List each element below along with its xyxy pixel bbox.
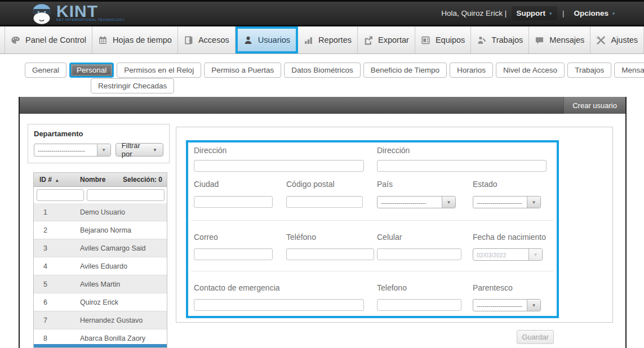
selection-count: Selección: 0	[123, 176, 167, 184]
selected-row-peek[interactable]	[34, 344, 167, 347]
emergency-contact-label: Contacto de emergencia	[194, 283, 280, 292]
subtabs-area: General Personal Permisos en el Reloj Pe…	[0, 54, 644, 97]
cell-label: Celular	[377, 233, 402, 242]
address2-label: Dirección	[377, 146, 410, 155]
id-filter-input[interactable]	[37, 189, 84, 201]
postal-input[interactable]	[286, 196, 363, 208]
filter-by-button[interactable]: Filtrar por ▼	[116, 143, 163, 157]
city-input[interactable]	[194, 196, 273, 208]
name-column-header[interactable]: Nombre	[80, 176, 123, 184]
nav-item-trabajos[interactable]: Trabajos	[471, 26, 529, 53]
nav-item-accesos[interactable]: Accesos	[178, 26, 236, 53]
calendar-icon	[98, 35, 108, 45]
top-header: KINT KEY INTERNATIONAL TECHNOLOGY Hola, …	[0, 0, 644, 26]
users-table: ID # ▲ Nombre Selección: 0 1 Demo Usuari…	[33, 172, 167, 348]
address1-label: Dirección	[194, 146, 226, 155]
main-navbar: Panel de Control Hojas de tiempo Accesos…	[0, 26, 644, 54]
tab-general[interactable]: General	[25, 63, 66, 78]
postal-label: Código postal	[286, 180, 335, 189]
chevron-down-icon: ▼	[527, 197, 540, 208]
department-filter-box: Departamento ------------------------ ▼ …	[28, 124, 170, 163]
content-container: Crear usuario Departamento -------------…	[19, 97, 627, 348]
table-row[interactable]: 1 Demo Usuario	[34, 203, 167, 221]
tab-datos-biometricos[interactable]: Datos Biométricos	[284, 63, 361, 78]
birthdate-select[interactable]: 02/03/2022 ▼	[473, 248, 543, 261]
chevron-down-icon: ▼	[97, 144, 110, 156]
nav-item-exportar[interactable]: Exportar	[358, 26, 415, 53]
device-icon	[421, 35, 430, 45]
tab-permisos-en-el-reloj[interactable]: Permisos en el Reloj	[117, 63, 201, 78]
user-greeting: Hola, Quiroz Erick |	[441, 9, 507, 17]
user-icon	[243, 35, 253, 45]
nav-item-equipos[interactable]: Equipos	[415, 26, 471, 53]
section-divider	[191, 271, 554, 271]
department-label: Departamento	[34, 130, 163, 138]
nav-item-reportes[interactable]: Reportes	[298, 26, 358, 53]
table-row[interactable]: 2 Bejarano Norma	[34, 221, 167, 239]
brand-logo-link[interactable]: KINT KEY INTERNATIONAL TECHNOLOGY	[29, 2, 125, 25]
tab-nivel-de-acceso[interactable]: Nivel de Acceso	[496, 63, 565, 78]
department-select[interactable]: ------------------------ ▼	[34, 144, 111, 157]
name-filter-input[interactable]	[87, 189, 165, 201]
users-table-header: ID # ▲ Nombre Selección: 0	[34, 173, 167, 187]
nav-item-usuarios[interactable]: Usuarios	[236, 26, 298, 53]
emergency-contact-input[interactable]	[194, 299, 364, 311]
app-window: KINT KEY INTERNATIONAL TECHNOLOGY Hola, …	[0, 0, 644, 348]
cell-input[interactable]	[377, 248, 461, 260]
email-label: Correo	[194, 233, 218, 242]
message-icon	[535, 35, 544, 45]
emergency-phone-label: Telefono	[377, 283, 407, 292]
table-row[interactable]: 4 Aviles Eduardo	[34, 257, 167, 275]
state-select[interactable]: ----------------------- ▼	[473, 196, 541, 208]
chevron-down-icon: ▼	[527, 300, 540, 311]
table-row[interactable]: 3 Aviles Camargo Said	[34, 239, 167, 257]
panel-toolbar: Crear usuario	[20, 97, 625, 114]
header-separator: |	[562, 9, 565, 17]
door-icon	[184, 35, 193, 45]
nav-item-ajustes[interactable]: Ajustes	[590, 26, 644, 53]
tab-permiso-a-puertas[interactable]: Permiso a Puertas	[204, 63, 281, 78]
city-label: Ciudad	[194, 180, 219, 189]
chevron-down-icon: ▼	[442, 197, 455, 208]
save-button[interactable]: Guardar	[517, 330, 554, 344]
phone-label: Teléfono	[286, 233, 316, 242]
email-input[interactable]	[194, 248, 273, 260]
tab-beneficio-de-tiempo[interactable]: Beneficio de Tiempo	[363, 63, 447, 78]
address2-input[interactable]	[377, 160, 547, 172]
options-menu[interactable]: Opciones ▼	[570, 6, 620, 20]
robot-logo-icon	[29, 2, 54, 25]
table-row[interactable]: 5 Aviles Martin	[34, 275, 167, 293]
emergency-phone-input[interactable]	[377, 299, 461, 311]
table-row[interactable]: 6 Quiroz Erick	[34, 293, 167, 311]
nav-item-panel-de-control[interactable]: Panel de Control	[5, 26, 92, 53]
tab-personal[interactable]: Personal	[69, 63, 114, 78]
support-menu[interactable]: Support ▼	[512, 6, 557, 20]
tab-trabajos[interactable]: Trabajos	[567, 63, 611, 78]
worker-icon	[477, 35, 486, 45]
chevron-down-icon: ▼	[153, 148, 157, 153]
tab-mensajes-en-el-reloj[interactable]: Mensajes en el reloj	[614, 63, 644, 78]
form-highlight-box: Dirección Dirección Ciudad Código postal…	[186, 140, 559, 318]
create-user-button[interactable]: Crear usuario	[563, 97, 625, 114]
tab-horarios[interactable]: Horarios	[450, 63, 493, 78]
chevron-down-icon: ▼	[611, 11, 616, 16]
table-row[interactable]: 7 Hernandez Gustavo	[34, 311, 167, 329]
brand-name: KINT	[56, 3, 125, 19]
id-column-header[interactable]: ID # ▲	[34, 176, 80, 184]
tab-restringir-checadas[interactable]: Restringir Checadas	[91, 78, 174, 93]
nav-item-mensajes[interactable]: Mensajes	[529, 26, 590, 53]
nav-item-hojas-de-tiempo[interactable]: Hojas de tiempo	[92, 26, 178, 53]
bar-chart-icon	[304, 35, 313, 45]
country-label: País	[377, 180, 393, 189]
brand-subtitle: KEY INTERNATIONAL TECHNOLOGY	[56, 18, 125, 21]
address1-input[interactable]	[194, 160, 364, 172]
relationship-select[interactable]: ----------------------- ▼	[473, 299, 541, 311]
state-label: Estado	[473, 180, 498, 189]
section-divider	[191, 220, 554, 221]
personal-form-panel: Dirección Dirección Ciudad Código postal…	[176, 127, 613, 323]
chevron-down-icon: ▼	[528, 249, 542, 260]
table-filter-row	[34, 187, 167, 203]
relationship-label: Parentesco	[473, 283, 513, 292]
country-select[interactable]: ----------------------- ▼	[377, 196, 456, 208]
phone-input[interactable]	[286, 248, 374, 260]
